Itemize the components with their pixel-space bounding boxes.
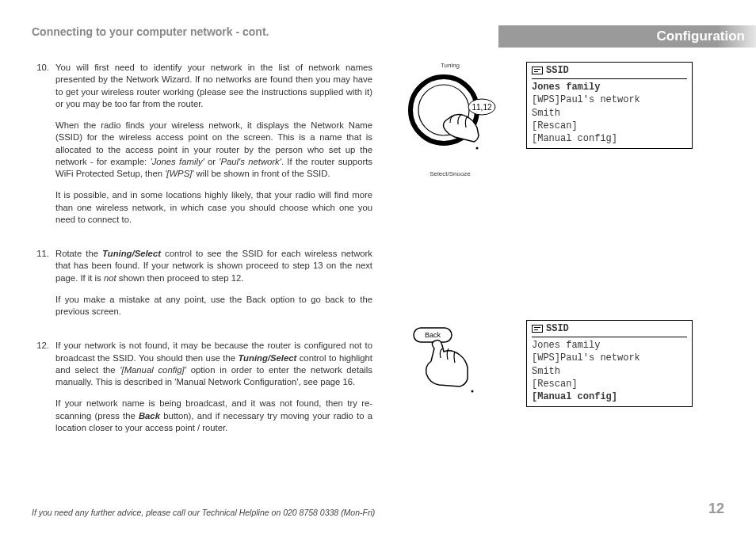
step-number: 11. <box>32 248 49 327</box>
svg-point-6 <box>472 390 474 393</box>
list-item: [Rescan] <box>532 120 687 132</box>
figures-column: Tuning 11,12 Select/Snooze SSID <box>395 62 724 456</box>
step-11: 11. Rotate the Tuning/Select control to … <box>32 248 372 327</box>
paragraph: If your network is not found, it may be … <box>55 340 372 388</box>
screen-title: SSID <box>546 322 569 335</box>
dial-bubble-text: 11,12 <box>472 103 491 112</box>
list-item: [Rescan] <box>532 378 687 390</box>
paragraph: Rotate the Tuning/Select control to see … <box>55 248 372 284</box>
paragraph: If you make a mistake at any point, use … <box>55 294 372 318</box>
dial-bottom-label: Select/Snooze <box>395 170 506 177</box>
list-item: Smith <box>532 365 687 378</box>
list-item: [Manual config] <box>532 390 687 403</box>
step-number: 10. <box>32 62 49 235</box>
list-icon <box>532 67 543 74</box>
list-item: [Manual config] <box>532 132 687 145</box>
list-item: Jones family <box>532 81 687 93</box>
paragraph: If your network name is being broadcast,… <box>55 398 372 434</box>
page-subtitle: Connecting to your computer network - co… <box>32 25 269 38</box>
helpline-text: If you need any further advice, please c… <box>32 508 375 517</box>
ssid-screen-1: SSID Jones family [WPS]Paul's network Sm… <box>526 62 693 149</box>
svg-point-2 <box>476 147 479 150</box>
svg-text:Back: Back <box>425 331 441 339</box>
list-item: [WPS]Paul's network <box>532 93 687 106</box>
list-item: Jones family <box>532 339 687 352</box>
list-item: [WPS]Paul's network <box>532 352 687 364</box>
paragraph: When the radio finds your wireless netwo… <box>55 120 372 180</box>
screen-title: SSID <box>546 64 569 77</box>
paragraph: You will first need to identify your net… <box>55 62 372 110</box>
section-title: Configuration <box>498 25 756 48</box>
ssid-screen-2: SSID Jones family [WPS]Paul's network Sm… <box>526 320 693 407</box>
dial-top-label: Tuning <box>395 62 506 69</box>
instructions-column: 10. You will first need to identify your… <box>32 62 372 456</box>
page-number: 12 <box>708 501 724 517</box>
list-icon <box>532 325 543 333</box>
step-12: 12. If your network is not found, it may… <box>32 340 372 444</box>
back-button-figure: Back <box>395 320 506 407</box>
tuning-dial-figure: Tuning 11,12 Select/Snooze <box>395 62 506 177</box>
step-number: 12. <box>32 340 49 444</box>
step-10: 10. You will first need to identify your… <box>32 62 372 235</box>
back-icon: Back <box>403 325 498 404</box>
dial-icon: 11,12 <box>403 70 498 166</box>
list-item: Smith <box>532 107 687 120</box>
paragraph: It is possible, and in some locations hi… <box>55 189 372 226</box>
